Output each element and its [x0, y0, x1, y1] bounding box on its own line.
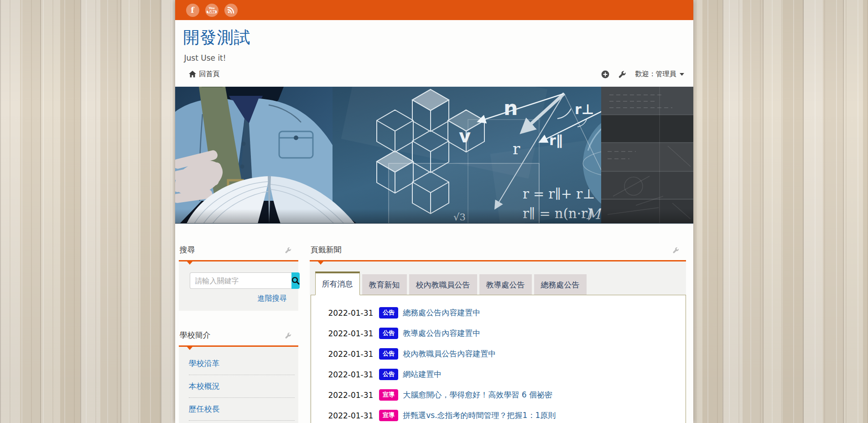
search-block-title: 搜尋	[180, 245, 195, 255]
news-badge: 宣導	[379, 410, 398, 421]
sidebar-about-item: 學校沿革	[189, 352, 295, 375]
banner-label-r-perp: r⊥	[575, 101, 594, 117]
site-header: 開發測試 Just Use it!	[175, 20, 693, 63]
user-menu[interactable]: 歡迎：管理員	[635, 70, 684, 78]
news-date: 2022-01-31	[328, 370, 374, 379]
search-input[interactable]	[190, 272, 291, 289]
home-label: 回首頁	[199, 70, 220, 78]
sidebar: 搜尋	[179, 242, 298, 423]
about-block-header: 學校簡介	[179, 327, 298, 345]
home-link[interactable]: 回首頁	[189, 70, 220, 78]
block-wrench-icon[interactable]	[285, 332, 292, 339]
sidebar-about-link[interactable]: 學校位置圖	[189, 421, 295, 423]
news-date: 2022-01-31	[328, 308, 374, 318]
rule-pointer-icon	[318, 261, 323, 265]
banner-label-r: r	[513, 140, 520, 158]
page: f YouTube 開發測試 Just Use it! 回首頁	[175, 0, 693, 423]
news-date: 2022-01-31	[328, 411, 374, 420]
news-tab[interactable]: 所有消息	[315, 272, 360, 295]
sidebar-about-item: 本校概況	[189, 375, 295, 398]
sidebar-about-link[interactable]: 歷任校長	[189, 398, 295, 420]
banner-illustration: n v r r∥ r⊥ r = r∥+ r⊥ r∥ = n(n·r) Mg √3	[175, 87, 693, 224]
home-icon	[189, 71, 196, 78]
rule-pointer-icon	[187, 261, 192, 265]
sidebar-about-item: 歷任校長	[189, 398, 295, 421]
news-panel: 2022-01-31 公告 總務處公告內容建置中 2022-01-31 公告 教…	[311, 295, 686, 423]
news-tab-label: 教導處公告	[486, 280, 525, 290]
news-tab[interactable]: 總務處公告	[534, 274, 587, 295]
news-badge: 公告	[379, 369, 398, 380]
nav-right: 歡迎：管理員	[601, 70, 684, 78]
search-button[interactable]	[291, 272, 300, 289]
rss-button[interactable]	[224, 4, 238, 17]
block-rule	[310, 260, 686, 261]
news-badge: 公告	[379, 348, 398, 360]
banner-image: n v r r∥ r⊥ r = r∥+ r⊥ r∥ = n(n·r) Mg √3	[175, 87, 693, 224]
news-title-link[interactable]: 網站建置中	[403, 369, 442, 380]
plus-circle-icon	[601, 70, 609, 78]
news-row: 2022-01-31 公告 校內教職員公告內容建置中	[311, 344, 686, 364]
youtube-icon: YouTube	[207, 7, 216, 13]
news-date: 2022-01-31	[328, 329, 374, 338]
content: 搜尋	[175, 242, 693, 423]
news-title-link[interactable]: 總務處公告內容建置中	[403, 308, 480, 318]
news-tab[interactable]: 校內教職員公告	[409, 274, 477, 295]
admin-tools-button[interactable]	[618, 70, 627, 78]
news-row: 2022-01-31 公告 總務處公告內容建置中	[311, 303, 686, 323]
main-column: 頁籤新聞 所有消息教育新知校內教職員公告教導處公告總務處公告 2022-01-3…	[310, 242, 686, 423]
site-title: 開發測試	[183, 26, 693, 49]
search-block: 搜尋	[179, 242, 298, 311]
rss-icon	[227, 6, 234, 14]
banner-label-v: v	[459, 125, 471, 146]
news-tab-label: 教育新知	[369, 280, 400, 290]
rule-pointer-icon	[187, 347, 192, 350]
news-row: 2022-01-31 公告 網站建置中	[311, 364, 686, 385]
nav-bar: 回首頁 歡迎：管理員	[175, 63, 693, 84]
news-tab[interactable]: 教育新知	[362, 274, 407, 295]
news-tab-label: 校內教職員公告	[416, 280, 470, 290]
welcome-label: 歡迎：管理員	[635, 70, 676, 78]
facebook-button[interactable]: f	[186, 4, 199, 17]
advanced-search-link[interactable]: 進階搜尋	[190, 294, 287, 303]
news-block-body: 所有消息教育新知校內教職員公告教導處公告總務處公告 2022-01-31 公告 …	[310, 261, 686, 423]
news-badge: 宣導	[379, 389, 398, 401]
news-row: 2022-01-31 公告 教導處公告內容建置中	[311, 323, 686, 344]
wrench-icon	[618, 70, 627, 78]
block-rule	[179, 345, 298, 347]
banner-label-n: n	[504, 96, 518, 120]
search-block-header: 搜尋	[179, 242, 298, 260]
sidebar-about-item: 學校位置圖	[189, 421, 295, 423]
banner-photo-student	[175, 87, 357, 224]
news-row: 2022-01-31 宣導 拼甄選vs.念指考的時間管理？把握1：1原則	[311, 405, 686, 423]
block-wrench-icon[interactable]	[672, 246, 680, 254]
block-wrench-icon[interactable]	[285, 246, 292, 254]
search-block-body: 進階搜尋	[179, 261, 298, 311]
news-badge: 公告	[379, 307, 398, 319]
news-tab[interactable]: 教導處公告	[479, 274, 532, 295]
sidebar-about-link[interactable]: 本校概況	[189, 375, 295, 397]
news-title-link[interactable]: 拼甄選vs.念指考的時間管理？把握1：1原則	[403, 410, 556, 421]
news-badge: 公告	[379, 328, 398, 339]
news-block-title: 頁籤新聞	[311, 245, 342, 255]
topbar: f YouTube	[175, 0, 693, 20]
news-title-link[interactable]: 大腦愈開心，學得愈好！高效學習 6 個祕密	[403, 390, 552, 400]
news-title-link[interactable]: 校內教職員公告內容建置中	[403, 349, 496, 359]
add-content-button[interactable]	[601, 70, 609, 78]
youtube-button[interactable]: YouTube	[205, 4, 218, 17]
site-tagline: Just Use it!	[184, 53, 693, 63]
block-rule	[179, 260, 298, 261]
news-tabs: 所有消息教育新知校內教職員公告教導處公告總務處公告	[315, 272, 686, 295]
news-tab-label: 所有消息	[322, 279, 353, 289]
news-tab-label: 總務處公告	[541, 280, 580, 290]
news-row: 2022-01-31 宣導 大腦愈開心，學得愈好！高效學習 6 個祕密	[311, 385, 686, 405]
about-block-title: 學校簡介	[180, 330, 211, 340]
about-block: 學校簡介 學校沿革本校概況歷任校長學校位置圖	[179, 327, 298, 423]
sidebar-about-link[interactable]: 學校沿革	[189, 352, 295, 375]
news-block: 頁籤新聞 所有消息教育新知校內教職員公告教導處公告總務處公告 2022-01-3…	[310, 242, 686, 423]
about-block-body: 學校沿革本校概況歷任校長學校位置圖	[179, 347, 298, 423]
about-link-list: 學校沿革本校概況歷任校長學校位置圖	[179, 352, 298, 423]
news-title-link[interactable]: 教導處公告內容建置中	[403, 328, 480, 339]
news-block-header: 頁籤新聞	[310, 242, 686, 260]
news-date: 2022-01-31	[328, 350, 374, 359]
banner-formula-1: r = r∥+ r⊥	[523, 186, 595, 202]
